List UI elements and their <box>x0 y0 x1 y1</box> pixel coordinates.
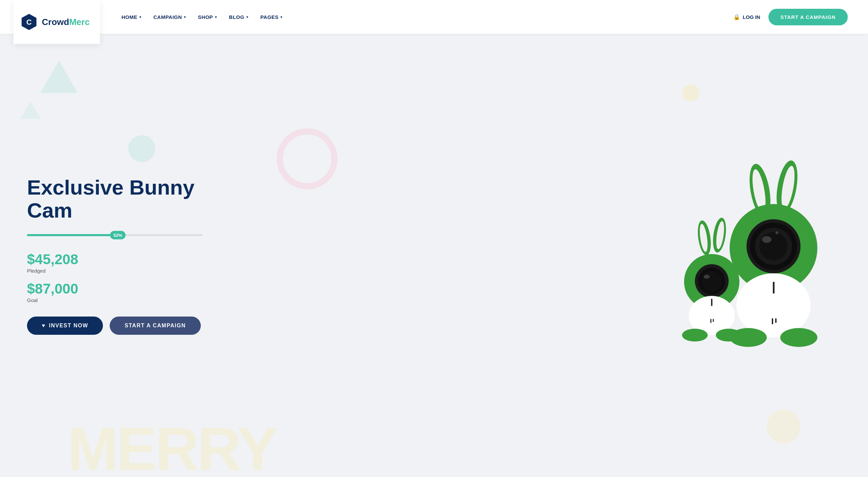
hero-content: Exclusive Bunny Cam 52% $45,208 Pledged … <box>27 176 229 335</box>
main-nav: HOME ▾ CAMPAIGN ▾ SHOP ▾ BLOG ▾ PAGES ▾ <box>121 14 733 20</box>
progress-track: 52% <box>27 234 202 236</box>
progress-bar-container: 52% <box>27 234 202 236</box>
nav-shop[interactable]: SHOP ▾ <box>198 14 217 20</box>
goal-amount: $87,000 <box>27 282 229 296</box>
svg-rect-14 <box>773 282 775 294</box>
pledged-label: Pledged <box>27 268 229 274</box>
triangle-decor-2 <box>20 101 40 119</box>
svg-rect-29 <box>711 299 712 306</box>
svg-point-26 <box>702 271 722 291</box>
ring-decor <box>277 128 337 189</box>
svg-point-27 <box>704 275 710 279</box>
circle-decor-2 <box>682 84 699 101</box>
progress-label: 52% <box>110 231 126 240</box>
svg-rect-18 <box>775 318 777 323</box>
header-actions: 🔒 LOG IN START A CAMPAIGN <box>733 9 848 25</box>
start-campaign-header-button[interactable]: START A CAMPAIGN <box>768 9 848 25</box>
svg-point-30 <box>682 329 708 342</box>
nav-pages[interactable]: PAGES ▾ <box>260 14 282 20</box>
svg-point-12 <box>776 231 778 234</box>
invest-now-button[interactable]: ♥ INVEST NOW <box>27 317 103 335</box>
header: C CrowdMerc HOME ▾ CAMPAIGN ▾ SHOP ▾ BLO… <box>0 0 868 34</box>
logo-text: CrowdMerc <box>42 17 90 27</box>
svg-rect-32 <box>710 319 711 323</box>
svg-text:C: C <box>26 18 32 26</box>
svg-point-10 <box>759 232 788 260</box>
campaign-stats: $45,208 Pledged $87,000 Goal <box>27 252 229 303</box>
chevron-down-icon: ▾ <box>139 15 141 19</box>
progress-fill: 52% <box>27 234 118 236</box>
chevron-down-icon: ▾ <box>280 15 282 19</box>
circle-decor-1 <box>128 135 155 162</box>
lock-icon: 🔒 <box>733 14 740 20</box>
bunny-cams-svg <box>666 160 841 349</box>
circle-decor-3 <box>767 409 801 443</box>
svg-rect-33 <box>713 319 714 322</box>
chevron-down-icon: ▾ <box>215 15 217 19</box>
hero-title: Exclusive Bunny Cam <box>27 176 229 222</box>
hero-section: MERRY Exclusive Bunny Cam 52% $45,208 Pl… <box>0 34 868 477</box>
nav-blog[interactable]: BLOG ▾ <box>229 14 248 20</box>
nav-campaign[interactable]: CAMPAIGN ▾ <box>154 14 186 20</box>
goal-label: Goal <box>27 297 229 303</box>
logo-icon: C <box>20 13 38 31</box>
pledged-amount: $45,208 <box>27 252 229 267</box>
logo[interactable]: C CrowdMerc <box>13 0 100 44</box>
svg-point-11 <box>762 236 771 243</box>
login-button[interactable]: 🔒 LOG IN <box>733 14 760 20</box>
svg-point-16 <box>780 328 817 347</box>
heart-icon: ♥ <box>42 323 46 329</box>
product-image <box>666 160 841 351</box>
chevron-down-icon: ▾ <box>184 15 186 19</box>
start-campaign-hero-button[interactable]: START A CAMPAIGN <box>110 317 200 335</box>
svg-point-31 <box>716 329 741 342</box>
triangle-decor-1 <box>40 61 78 93</box>
watermark-text: MERRY <box>67 414 276 477</box>
nav-home[interactable]: HOME ▾ <box>121 14 141 20</box>
chevron-down-icon: ▾ <box>246 15 248 19</box>
pledged-stat: $45,208 Pledged <box>27 252 229 274</box>
goal-stat: $87,000 Goal <box>27 282 229 303</box>
hero-buttons: ♥ INVEST NOW START A CAMPAIGN <box>27 317 229 335</box>
svg-rect-17 <box>772 318 773 324</box>
